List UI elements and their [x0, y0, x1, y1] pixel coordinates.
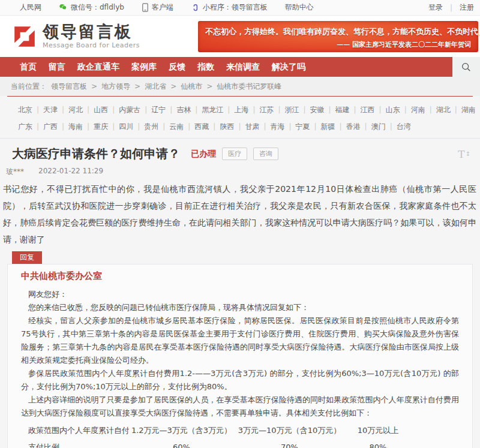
province-link[interactable]: 广东 — [18, 118, 43, 135]
province-link[interactable]: 北京 — [18, 101, 43, 118]
province-row-1: 北京 天津 河北 山西 内蒙古 辽宁 吉林 黑龙江 上海 江苏 浙江 安徽 福建… — [18, 101, 480, 118]
province-link[interactable]: 黑龙江 — [202, 101, 234, 118]
breadcrumb-city[interactable]: 仙桃市 — [181, 82, 202, 92]
province-link[interactable]: 贵州 — [144, 118, 169, 135]
peoples-daily-link[interactable]: 人民网 — [20, 2, 41, 13]
site-header: 领导留言板 Message Board for Leaders 不忘初心，方得始… — [0, 16, 480, 57]
table-row: 支付比例 60% 70% 80% — [21, 439, 411, 448]
province-link[interactable]: 浙江 — [284, 101, 310, 118]
reply-paragraph: 经核实，留言人父亲参加的是仙桃市城乡居民基本医疗保险，简称居民医保。居民医保政策… — [21, 314, 459, 367]
miniprogram-item[interactable]: 小程序：领导留言板 — [191, 2, 268, 13]
font-size-control[interactable]: T ↕ — [458, 148, 470, 160]
breadcrumb-province[interactable]: 湖北省 — [145, 82, 166, 92]
register-link[interactable]: 注册 — [460, 2, 474, 13]
province-link[interactable]: 河南 — [411, 101, 436, 118]
wechat-icon — [59, 3, 68, 12]
nav-item-survey[interactable]: 来信调查 — [226, 62, 260, 73]
province-link[interactable]: 湖北 — [436, 101, 461, 118]
province-link[interactable]: 吉林 — [176, 101, 202, 118]
site-logo[interactable]: 领导留言板 Message Board for Leaders — [12, 23, 140, 49]
slogan-banner: 不忘初心，方得始终。我们唯有踔厉奋发、笃行不息，方能不负历史、不负时代、不负人民… — [198, 21, 478, 52]
logo-title: 领导留言板 — [43, 23, 140, 40]
province-link[interactable]: 甘肃 — [245, 118, 270, 135]
breadcrumb-separator: > — [206, 82, 212, 91]
province-link[interactable]: 内蒙古 — [119, 101, 151, 118]
province-link[interactable]: 安徽 — [310, 101, 335, 118]
province-link[interactable]: 澳门 — [371, 118, 397, 135]
province-link[interactable]: 云南 — [169, 118, 194, 135]
table-cell: 10万元以上 — [345, 422, 411, 439]
table-cell: 70% — [234, 439, 345, 448]
province-row-2: 广东 广西 海南 重庆 四川 贵州 云南 西藏 陕西 甘肃 青海 宁夏 新疆 香… — [18, 118, 480, 135]
province-link[interactable]: 海南 — [68, 118, 94, 135]
payment-ratio-table: 政策范围内个人年度累计自付费用 1.2万元—3万元（含3万元） 3万元—10万元… — [21, 422, 411, 448]
login-link[interactable]: 登录 — [428, 2, 443, 13]
province-link[interactable]: 青海 — [270, 118, 295, 135]
breadcrumb-separator: > — [91, 82, 97, 91]
nav-item-index[interactable]: 指数 — [197, 62, 214, 73]
province-link[interactable]: 上海 — [234, 101, 259, 118]
search-button[interactable] — [452, 57, 480, 77]
province-link[interactable]: 河北 — [68, 101, 94, 118]
nav-item-feedback[interactable]: 反馈 — [169, 62, 185, 73]
banner-line1: 不忘初心，方得始终。我们唯有踔厉奋发、笃行不息，方能不负历史、不负时代、不负人民… — [205, 26, 471, 37]
province-link[interactable]: 山西 — [94, 101, 119, 118]
reply-paragraph: 上述内容详细的说明了只要是参加了居民医保的人员，在享受基本医疗保险待遇的同时如果… — [21, 393, 459, 420]
miniprogram-label: 小程序：领导留言板 — [203, 2, 268, 13]
province-link[interactable]: 广西 — [43, 118, 68, 135]
nav-item-gov-enterprise[interactable]: 政企直通车 — [77, 62, 119, 73]
reply-paragraph: 参保居民政策范围内个人年度累计自付费用1.2-——3万元(含3万元) 的部分，支… — [21, 367, 459, 393]
tag-consult[interactable]: 咨询 — [253, 148, 278, 160]
nav-item-messages[interactable]: 留言 — [49, 62, 65, 73]
province-link[interactable]: 湖南 — [461, 101, 476, 118]
province-link[interactable]: 宁夏 — [296, 118, 321, 135]
topbar: 人民网 微信号：dfldlyb 客户端 小程序：领导留言板 帮助中心 登录 | … — [0, 0, 480, 16]
breadcrumb-home[interactable]: 领导留言板 — [51, 82, 87, 92]
table-cell: 60% — [129, 439, 234, 448]
table-cell: 80% — [345, 439, 411, 448]
logo-text: 领导留言板 Message Board for Leaders — [43, 23, 140, 49]
province-link[interactable]: 辽宁 — [151, 101, 176, 118]
breadcrumb-local-leaders[interactable]: 地方领导 — [101, 82, 130, 92]
wechat-label: 微信号：dfldlyb — [71, 2, 124, 13]
breadcrumb-separator: > — [170, 82, 176, 91]
table-row: 政策范围内个人年度累计自付费用 1.2万元—3万元（含3万元） 3万元—10万元… — [21, 422, 411, 439]
search-icon — [461, 62, 472, 73]
breadcrumb: 当前位置： 领导留言板 > 地方领导 > 湖北省 > 仙桃市 > 仙桃市委书记罗… — [0, 77, 480, 96]
main-nav: 首页 留言 政企直通车 案例库 反馈 指数 来信调查 解决了吗 — [0, 57, 480, 77]
client-item[interactable]: 客户端 — [142, 2, 173, 13]
logo-mark-icon — [12, 24, 37, 49]
province-link[interactable]: 天津 — [43, 101, 68, 118]
breadcrumb-leader[interactable]: 仙桃市委书记罗联峰 — [217, 82, 281, 92]
topbar-left: 人民网 微信号：dfldlyb 客户端 小程序：领导留言板 帮助中心 — [20, 2, 314, 13]
reply-office-title: 中共仙桃市委办公室 — [21, 270, 459, 282]
province-link[interactable]: 江西 — [361, 101, 386, 118]
nav-item-home[interactable]: 首页 — [20, 62, 37, 73]
message-body: 书记您好，不得已打扰百忙中的你，我是仙桃市西流河镇人，我父亲于2021年12月1… — [0, 177, 480, 248]
main-content: 大病医疗申请条件？如何申请？ 已办理 医疗 咨询 T ↕ 玻*** 2022-0… — [0, 139, 480, 448]
topbar-right: 登录 | 注册 — [428, 2, 474, 13]
province-link[interactable]: 台湾 — [397, 118, 411, 135]
province-link[interactable]: 福建 — [335, 101, 361, 118]
nav-item-cases[interactable]: 案例库 — [131, 62, 157, 73]
wechat-item[interactable]: 微信号：dfldlyb — [59, 2, 124, 13]
table-cell: 政策范围内个人年度累计自付费用 — [21, 422, 129, 439]
province-link[interactable]: 四川 — [119, 118, 144, 135]
page: 人民网 微信号：dfldlyb 客户端 小程序：领导留言板 帮助中心 登录 | … — [0, 0, 480, 448]
table-cell: 1.2万元—3万元（含3万元） — [129, 422, 234, 439]
login-register-divider: | — [450, 4, 452, 12]
mobile-client-icon — [142, 3, 149, 12]
province-link[interactable]: 新疆 — [321, 118, 346, 135]
province-link[interactable]: 山东 — [386, 101, 411, 118]
tag-medical[interactable]: 医疗 — [222, 148, 247, 160]
province-link[interactable]: 重庆 — [94, 118, 119, 135]
client-label: 客户端 — [152, 2, 173, 13]
help-center-link[interactable]: 帮助中心 — [285, 2, 314, 13]
province-link[interactable]: 陕西 — [220, 118, 245, 135]
status-badge: 已办理 — [191, 149, 216, 160]
font-size-label: T — [458, 148, 464, 160]
province-link[interactable]: 西藏 — [194, 118, 220, 135]
nav-item-solved[interactable]: 解决了吗 — [272, 62, 305, 73]
province-link[interactable]: 香港 — [346, 118, 371, 135]
province-link[interactable]: 江苏 — [259, 101, 284, 118]
